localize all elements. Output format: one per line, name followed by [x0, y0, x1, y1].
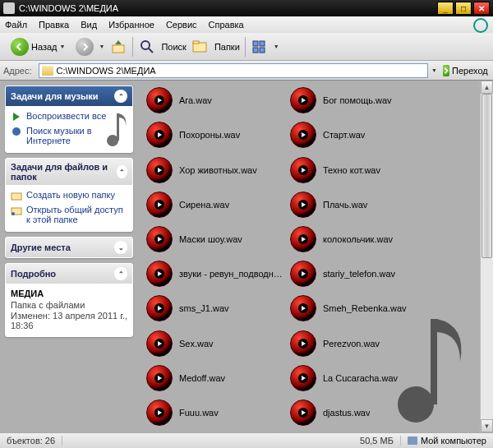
- file-label: звуки - ревун_подводной_лод...: [179, 269, 286, 279]
- panel-header[interactable]: Задачи для файлов и папок ⌃: [6, 159, 132, 185]
- media-file-icon: [290, 122, 316, 148]
- media-file-icon: [146, 122, 173, 148]
- svg-rect-12: [12, 193, 21, 200]
- file-item[interactable]: stariy_telefon.wav: [290, 261, 434, 287]
- menu-favorites[interactable]: Избранное: [108, 20, 154, 30]
- folders-label[interactable]: Папки: [214, 42, 240, 52]
- svg-line-2: [149, 48, 153, 53]
- menu-tools[interactable]: Сервис: [166, 20, 197, 30]
- expand-icon[interactable]: ⌄: [114, 241, 127, 254]
- media-file-icon: [146, 295, 173, 321]
- panel-header[interactable]: Другие места ⌄: [6, 238, 132, 257]
- file-label: Sex.wav: [179, 339, 214, 349]
- file-item[interactable]: Ага.wav: [146, 87, 290, 113]
- file-label: Сирена.wav: [179, 200, 229, 210]
- search-label[interactable]: Поиск: [161, 42, 186, 52]
- music-note-icon: [106, 109, 133, 147]
- media-file-icon: [290, 87, 316, 113]
- file-item[interactable]: Medoff.wav: [146, 365, 290, 391]
- maximize-button[interactable]: □: [455, 2, 472, 15]
- vertical-scrollbar[interactable]: ▲ ▼: [480, 81, 493, 432]
- collapse-icon[interactable]: ⌃: [117, 165, 127, 178]
- status-bar: бъектов: 26 50,5 МБ Мой компьютер: [0, 432, 493, 448]
- file-item[interactable]: Smeh_Rebenka.wav: [290, 295, 434, 321]
- back-label: Назад: [31, 42, 58, 52]
- file-item[interactable]: Perezvon.wav: [290, 330, 434, 356]
- sidebar: Задачи для музыки ⌃ Воспроизвести все По…: [0, 81, 138, 432]
- file-label: sms_J1.wav: [179, 303, 229, 313]
- details-modified: Изменен: 13 апреля 2011 г., 18:36: [11, 311, 127, 330]
- go-button[interactable]: Переход: [440, 63, 490, 78]
- scroll-thumb[interactable]: [481, 94, 492, 258]
- file-item[interactable]: sms_J1.wav: [146, 295, 290, 321]
- svg-rect-4: [193, 41, 199, 44]
- file-tasks-panel: Задачи для файлов и папок ⌃ Создать нову…: [5, 158, 133, 232]
- up-button[interactable]: [109, 38, 127, 56]
- menu-view[interactable]: Вид: [81, 20, 97, 30]
- close-button[interactable]: ✕: [473, 2, 490, 15]
- panel-header[interactable]: Подробно ⌃: [6, 264, 132, 284]
- menu-file[interactable]: Файл: [5, 20, 27, 30]
- address-label: Адрес:: [3, 66, 32, 76]
- dropdown-icon[interactable]: ▼: [99, 44, 104, 49]
- file-item[interactable]: Бог помощь.wav: [290, 87, 434, 113]
- svg-rect-7: [253, 48, 258, 53]
- file-item[interactable]: Сирена.wav: [146, 192, 290, 218]
- file-item[interactable]: djastus.wav: [290, 400, 434, 426]
- panel-title: Подробно: [11, 269, 56, 279]
- svg-point-11: [12, 127, 21, 136]
- media-file-icon: [290, 295, 316, 321]
- title-bar: C:\WINDOWS 2\МЕДИА _ □ ✕: [0, 0, 493, 16]
- file-label: Smeh_Rebenka.wav: [323, 303, 407, 313]
- content-area: Задачи для музыки ⌃ Воспроизвести все По…: [0, 81, 493, 432]
- svg-point-1: [141, 41, 150, 49]
- forward-button[interactable]: [76, 38, 94, 56]
- svg-rect-0: [113, 45, 124, 53]
- folder-icon: [42, 66, 53, 76]
- scroll-down-button[interactable]: ▼: [481, 419, 493, 432]
- scroll-up-button[interactable]: ▲: [481, 81, 493, 94]
- file-item[interactable]: Плачь.wav: [290, 192, 434, 218]
- file-item[interactable]: Fuuu.wav: [146, 400, 290, 426]
- file-item[interactable]: колокольчик.wav: [290, 226, 434, 252]
- dropdown-icon: ▼: [60, 44, 66, 49]
- minimize-button[interactable]: _: [437, 2, 454, 15]
- svg-rect-10: [117, 113, 119, 141]
- file-item[interactable]: Sex.wav: [146, 330, 290, 356]
- svg-rect-8: [260, 48, 265, 53]
- media-file-icon: [290, 226, 316, 252]
- media-file-icon: [146, 365, 173, 391]
- dropdown-icon[interactable]: ▼: [431, 67, 437, 73]
- dropdown-icon[interactable]: ▼: [274, 44, 279, 49]
- file-label: Похороны.wav: [179, 130, 240, 140]
- collapse-icon[interactable]: ⌃: [114, 267, 127, 280]
- file-label: djastus.wav: [323, 408, 370, 418]
- file-item[interactable]: звуки - ревун_подводной_лод...: [146, 261, 290, 287]
- file-label: Плачь.wav: [323, 200, 367, 210]
- file-label: Хор животных.wav: [179, 165, 257, 175]
- status-objects: бъектов: 26: [0, 436, 62, 446]
- views-button[interactable]: [251, 38, 269, 56]
- file-item[interactable]: Похороны.wav: [146, 122, 290, 148]
- folders-button[interactable]: [191, 38, 210, 56]
- menu-help[interactable]: Справка: [209, 20, 244, 30]
- file-item[interactable]: La Cucaracha.wav: [290, 365, 434, 391]
- file-item[interactable]: Хор животных.wav: [146, 156, 290, 182]
- share-folder-task[interactable]: Открыть общий доступ к этой папке: [11, 205, 127, 224]
- new-folder-task[interactable]: Создать новую папку: [11, 190, 127, 201]
- address-bar: Адрес: C:\WINDOWS 2\МЕДИА ▼ Переход: [0, 61, 493, 81]
- search-button[interactable]: [138, 38, 156, 56]
- details-folder-type: Папка с файлами: [11, 300, 127, 310]
- file-item[interactable]: Техно кот.wav: [290, 156, 434, 182]
- file-item[interactable]: Маски шоу.wav: [146, 226, 290, 252]
- file-item[interactable]: Старт.wav: [290, 122, 434, 148]
- back-button[interactable]: Назад ▼: [5, 35, 71, 58]
- address-input[interactable]: C:\WINDOWS 2\МЕДИА: [39, 63, 429, 78]
- go-label: Переход: [452, 66, 488, 76]
- menu-edit[interactable]: Правка: [39, 20, 69, 30]
- collapse-icon[interactable]: ⌃: [114, 90, 127, 103]
- svg-rect-6: [260, 41, 265, 46]
- panel-title: Задачи для файлов и папок: [11, 162, 117, 182]
- play-icon: [11, 111, 22, 122]
- panel-header[interactable]: Задачи для музыки ⌃: [6, 86, 132, 106]
